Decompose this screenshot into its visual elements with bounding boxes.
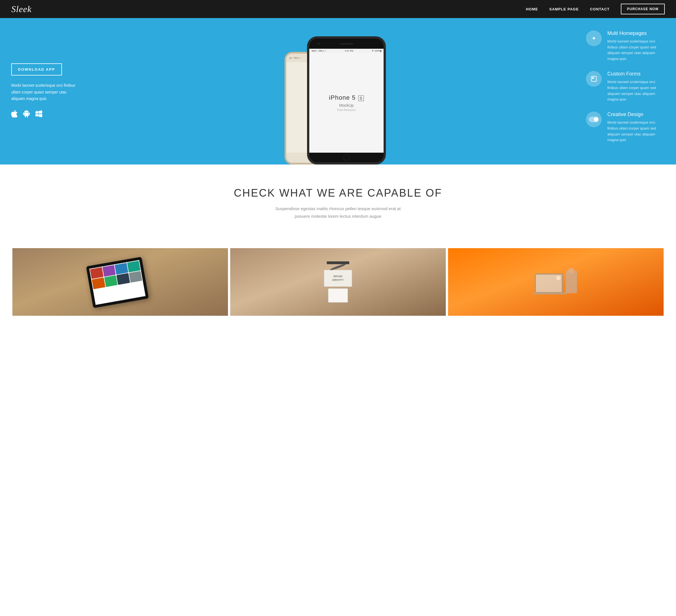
capable-title: CHECK WHAT WE ARE CAPABLE OF <box>11 187 665 199</box>
platform-icons <box>11 110 79 119</box>
phone-free-label: Free Resource <box>337 108 356 111</box>
phone-model-suffix: S <box>358 96 364 101</box>
phone-mockup-label: MockUp <box>339 103 353 108</box>
nav-link-home[interactable]: HOME <box>526 7 538 11</box>
svg-rect-3 <box>592 77 594 79</box>
hero-left: DOWNLOAD APP Morbi laoreet scelerisque o… <box>0 47 90 136</box>
capable-section: CHECK WHAT WE ARE CAPABLE OF Suspendisse… <box>0 164 676 237</box>
purchase-now-button[interactable]: PURCHASE NOW <box>621 4 665 14</box>
phone-model-label: iPhone 5 <box>329 94 356 101</box>
gallery-item-laptop <box>448 248 664 316</box>
hero-section: DOWNLOAD APP Morbi laoreet scelerisque o… <box>0 18 676 164</box>
feature-icon-forms <box>586 71 602 87</box>
feature-title-1: Multi Homepages <box>607 31 665 36</box>
svg-point-1 <box>27 111 27 112</box>
android-icon <box>23 110 30 119</box>
ios-icon <box>11 110 17 119</box>
nav-links: HOME SAMPLE PAGE CONTACT PURCHASE NOW <box>526 4 665 14</box>
feature-title-2: Custom Forms <box>607 71 665 77</box>
feature-icon-magic: ✦ <box>586 31 602 46</box>
gallery-item-tablet <box>12 248 228 316</box>
gallery-section: BRANDIDENTITY <box>0 237 676 316</box>
phone-status-time: 4:21 PM <box>345 50 353 52</box>
phone-status-carrier: ●●●○○ BELL ≈ <box>312 50 326 52</box>
feature-desc-1: Morbi laoreet scelerisque orci finibus u… <box>607 39 665 62</box>
feature-custom-forms: Custom Forms Morbi laoreet scelerisque o… <box>586 71 665 103</box>
feature-multi-homepages: ✦ Multi Homepages Morbi laoreet sceleris… <box>586 31 665 62</box>
hero-phone-area: ●●○○ BELL ≈ ●●●○○ BELL ≈ <box>90 18 580 164</box>
svg-point-0 <box>25 111 26 112</box>
feature-icon-toggle <box>586 111 602 127</box>
gallery-item-stationery: BRANDIDENTITY <box>230 248 446 316</box>
hero-description: Morbi laoreet scelerisque orci finibus u… <box>11 82 79 102</box>
feature-desc-3: Morbi laoreet scelerisque orci finibus u… <box>607 120 665 143</box>
feature-creative-design: Creative Design Morbi laoreet scelerisqu… <box>586 111 665 143</box>
capable-subtitle-2: posuere molestie lorem lectus interdum a… <box>11 212 665 220</box>
phone-status-battery: ✦ 100%▮ <box>372 50 381 52</box>
download-app-button[interactable]: DOWNLOAD APP <box>11 63 62 75</box>
navbar: Sleek HOME SAMPLE PAGE CONTACT PURCHASE … <box>0 0 676 18</box>
windows-icon <box>36 110 42 119</box>
nav-link-sample-page[interactable]: SAMPLE PAGE <box>549 7 579 11</box>
feature-title-3: Creative Design <box>607 111 665 117</box>
capable-subtitle-1: Suspendisse egestas mattis rhoncus pelle… <box>11 205 665 212</box>
nav-link-contact[interactable]: CONTACT <box>590 7 610 11</box>
hero-right: ✦ Multi Homepages Morbi laoreet sceleris… <box>580 19 676 164</box>
logo: Sleek <box>11 4 32 14</box>
feature-desc-2: Morbi laoreet scelerisque orci finibus u… <box>607 79 665 103</box>
